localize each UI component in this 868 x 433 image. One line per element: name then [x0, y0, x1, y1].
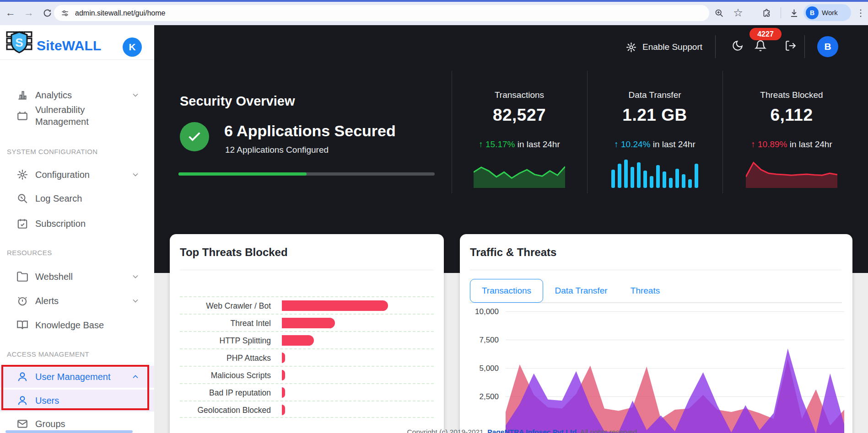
sidebar-item-users[interactable]: Users: [0, 390, 154, 412]
threat-label: Threat Intel: [180, 315, 271, 332]
threat-bar: [282, 387, 285, 398]
stat-label: Data Transfer: [591, 90, 719, 100]
book-icon: [16, 319, 28, 331]
footer-company-link[interactable]: PageNTRA Infosec Pvt Ltd: [487, 428, 577, 433]
security-overview-title: Security Overview: [180, 94, 295, 109]
top-threats-title: Top Threats Blocked: [180, 246, 288, 259]
dark-mode-moon-icon[interactable]: [732, 40, 746, 54]
footer-copyright: Copyright (c) 2019-2021, PageNTRA Infose…: [363, 428, 683, 433]
user-icon: [16, 395, 28, 406]
reload-icon[interactable]: [40, 6, 54, 20]
notifications-bell-icon[interactable]: [755, 40, 769, 54]
stat-value: 1.21 GB: [591, 106, 719, 125]
y-axis-tick: 7,500: [464, 336, 499, 345]
spark-bar: [650, 176, 653, 188]
apps-secured-headline: 6 Applications Secured: [224, 122, 396, 140]
stat-change: ↑ 15.17% in last 24hr: [455, 139, 583, 150]
spark-bar: [675, 169, 679, 188]
threat-label: Malicious Scripts: [180, 367, 271, 384]
gear-icon: [625, 42, 637, 53]
profile-avatar: B: [806, 6, 819, 19]
traffic-threats-title: Traffic & Threats: [470, 246, 556, 259]
gear-icon: [16, 169, 28, 181]
spark-bar: [624, 160, 628, 188]
stat-label: Transactions: [455, 90, 583, 100]
chevron-down-icon: [131, 170, 140, 179]
monitor-icon: [16, 110, 28, 122]
chevron-up-icon: [131, 372, 140, 381]
bookmark-star-icon[interactable]: ☆: [731, 6, 745, 20]
secured-progress-fill: [178, 172, 307, 176]
tab-transactions[interactable]: Transactions: [470, 279, 543, 303]
sidebar-section-access-management: ACCESS MANAGEMENT: [7, 350, 89, 358]
y-axis-tick: 10,000: [464, 307, 499, 316]
logout-icon[interactable]: [785, 40, 799, 54]
sidebar-item-label: Knowledge Base: [35, 319, 129, 331]
back-icon[interactable]: ←: [4, 6, 17, 20]
sidebar-scrollbar[interactable]: [5, 430, 133, 433]
sidebar-section-resources: RESOURCES: [7, 249, 52, 257]
enable-support-button[interactable]: Enable Support: [625, 38, 702, 56]
threat-bar: [282, 353, 285, 363]
spark-bar: [643, 171, 647, 188]
spark-bar: [611, 170, 615, 188]
threat-row: PHP Attacks: [180, 348, 434, 366]
card-divider: [470, 270, 841, 270]
stat-divider: [722, 71, 723, 193]
top-threats-chart: Web Crawler / BotThreat IntelHTTP Splitt…: [180, 296, 434, 418]
zoom-icon[interactable]: [712, 6, 726, 20]
url-text[interactable]: admin.sitewall.net/gui/home: [75, 9, 165, 17]
sidebar-item-alerts[interactable]: Alerts: [0, 290, 154, 311]
apps-configured-subtext: 12 Applications Configured: [225, 145, 329, 155]
chrome-divider: [781, 7, 781, 18]
stat-value: 82,527: [455, 106, 583, 125]
url-bar[interactable]: admin.sitewall.net/gui/home: [54, 5, 709, 21]
secured-check-icon: [180, 122, 209, 151]
card-divider: [180, 270, 434, 270]
spark-bar: [618, 164, 621, 188]
threat-row: Malicious Scripts: [180, 366, 434, 383]
traffic-threats-card: Traffic & Threats Transactions Data Tran…: [460, 234, 852, 433]
forward-icon[interactable]: →: [22, 6, 36, 20]
brand-name: SiteWALL: [37, 38, 102, 53]
spark-bar: [688, 179, 692, 188]
threat-label: PHP Attacks: [180, 349, 271, 367]
sitewall-logo-icon: S: [6, 28, 32, 56]
secured-progress-bar: [178, 172, 435, 176]
threat-label: Geolocation Blocked: [180, 401, 271, 419]
threat-bar: [282, 335, 314, 346]
sidebar-item-label: Vulnerability Management: [35, 104, 129, 128]
sidebar-item-vulnerability-management[interactable]: Vulnerability Management: [0, 101, 154, 130]
topnav-divider: [804, 35, 805, 58]
download-icon[interactable]: [787, 6, 801, 20]
stat-sparkline: [591, 157, 719, 188]
y-axis-tick: 2,500: [464, 392, 499, 401]
window-accent-strip: [0, 0, 868, 2]
topnav-divider: [715, 35, 716, 58]
sidebar-item-subscription[interactable]: Subscription: [0, 213, 154, 234]
spark-area: [746, 159, 837, 188]
threat-label: HTTP Splitting: [180, 332, 271, 349]
stat-label: Threats Blocked: [728, 90, 856, 100]
stat-transactions: Transactions82,527↑ 15.17% in last 24hr: [455, 90, 583, 188]
spark-bar: [663, 171, 666, 188]
sidebar-item-label: Analytics: [35, 89, 129, 101]
sidebar-item-log-search[interactable]: Log Search: [0, 188, 154, 209]
sidebar-item-user-management[interactable]: User Management: [0, 366, 154, 388]
threat-label: Bad IP reputation: [180, 384, 271, 401]
brand-badge-button[interactable]: K: [123, 37, 142, 57]
site-info-icon[interactable]: [60, 9, 70, 18]
sidebar-section-system-configuration: SYSTEM CONFIGURATION: [7, 148, 98, 155]
browser-profile-chip[interactable]: B Work: [803, 4, 851, 21]
sidebar-item-label: Configuration: [35, 169, 129, 181]
menu-kebab-icon[interactable]: ⋮: [854, 6, 868, 20]
enable-support-label: Enable Support: [642, 42, 702, 52]
sidebar-item-configuration[interactable]: Configuration: [0, 164, 154, 185]
sidebar-item-webshell[interactable]: Webshell: [0, 266, 154, 287]
user-avatar[interactable]: B: [817, 36, 838, 57]
threat-bar: [282, 370, 285, 380]
trend-up-arrow-icon: ↑: [614, 139, 619, 149]
extensions-icon[interactable]: [760, 6, 773, 20]
sidebar-item-knowledge-base[interactable]: Knowledge Base: [0, 315, 154, 336]
threat-row: Web Crawler / Bot: [180, 296, 434, 314]
